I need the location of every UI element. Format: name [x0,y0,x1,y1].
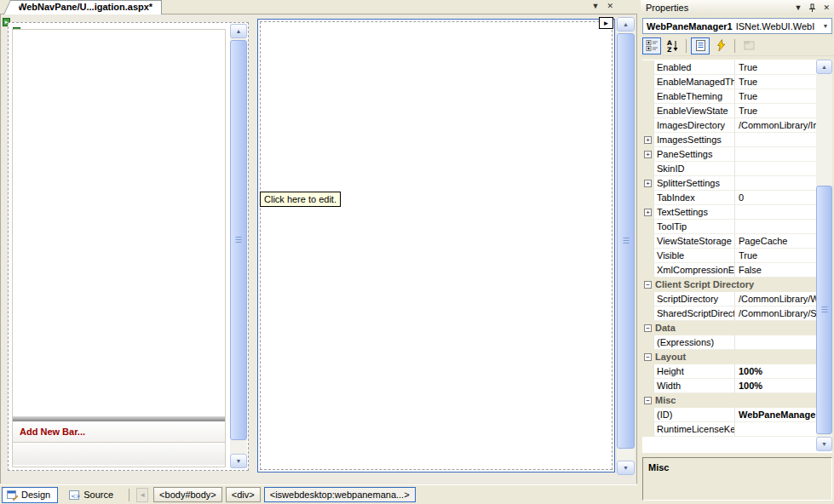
property-row[interactable]: SharedScriptDirect/CommonLibrary/Sha [642,306,816,321]
collapse-icon[interactable]: − [644,324,652,332]
property-value[interactable] [735,176,816,191]
scrollbar-thumb[interactable] [617,33,635,449]
expand-icon[interactable]: + [644,151,652,158]
property-row[interactable]: EnabledTrue [642,60,816,75]
smart-tag-button[interactable]: ► [599,17,613,29]
property-value[interactable]: /CommonLibrary/Ima [735,118,816,133]
property-value[interactable]: /CommonLibrary/Sha [735,306,816,321]
document-close-icon[interactable]: ✕ [607,2,613,10]
property-row[interactable]: EnableThemingTrue [642,89,816,104]
property-grid-scrollbar[interactable]: ▲ ▼ [816,60,832,451]
property-row[interactable]: SkinID [642,162,816,176]
property-name[interactable]: RuntimeLicenseKey [653,422,735,437]
property-row[interactable]: (ID)WebPaneManage [642,408,816,422]
scrollbar-track[interactable] [230,38,247,454]
property-name[interactable]: EnableTheming [653,89,735,104]
property-row[interactable]: RuntimeLicenseKey [642,422,816,437]
collapse-icon[interactable]: − [644,353,652,361]
add-new-bar-button[interactable]: Add New Bar... [13,421,225,443]
property-row[interactable]: +PaneSettings [642,147,816,162]
webnavpane-client-area[interactable]: Add New Bar... [12,29,226,467]
scroll-up-icon[interactable]: ▲ [816,60,832,74]
property-name[interactable]: Height [653,364,735,379]
object-selector[interactable]: WebPaneManager1 ISNet.WebUI.WebI ▼ [642,18,832,34]
collapse-icon[interactable]: − [644,281,652,289]
scroll-down-icon[interactable]: ▼ [230,454,247,468]
property-row[interactable]: TabIndex0 [642,191,816,205]
property-value[interactable]: /CommonLibrary/We [735,292,816,306]
property-value[interactable]: True [735,75,816,89]
property-value[interactable]: True [735,104,816,118]
property-row[interactable]: +SplitterSettings [642,176,816,191]
property-value[interactable]: 100% [735,379,816,393]
category-row[interactable]: −Layout [642,350,816,364]
property-name[interactable]: XmlCompressionEn. [653,263,735,278]
navpane-empty-row[interactable] [13,443,225,465]
category-row[interactable]: −Data [642,321,816,335]
edit-tooltip[interactable]: Click here to edit. [260,192,341,207]
expand-icon[interactable]: + [644,209,652,216]
scroll-up-icon[interactable]: ▲ [230,24,247,38]
tag-crumb[interactable]: <iswebdesktop:webpanemana...> [264,487,416,502]
document-scrollbar[interactable]: ▲ ▼ [617,17,635,475]
alphabetical-button[interactable]: A Z [663,37,682,54]
category-row[interactable]: −Client Script Directory [642,278,816,292]
property-row[interactable]: ViewStateStoragePageCache [642,234,816,249]
webpanemanager-client-area[interactable] [260,21,613,470]
property-name[interactable]: ImagesSettings [653,133,735,147]
category-row[interactable]: −Misc [642,393,816,408]
tag-crumb[interactable]: <div> [226,487,261,502]
properties-titlebar[interactable]: Properties ▼ ✕ [641,0,834,15]
property-name[interactable]: TabIndex [653,191,735,205]
property-value[interactable]: True [735,249,816,263]
window-position-dropdown-icon[interactable]: ▼ [795,3,802,12]
tag-nav-back-icon[interactable]: ◄ [136,488,148,502]
property-value[interactable] [735,205,816,220]
property-value[interactable]: 0 [735,191,816,205]
property-value[interactable]: WebPaneManage [735,408,816,422]
document-list-dropdown-icon[interactable]: ▼ [592,2,600,10]
webpanemanager-design-region[interactable]: ► Click here to edit. [257,19,615,472]
property-value[interactable] [735,335,816,350]
scroll-up-icon[interactable]: ▲ [617,17,635,32]
property-value[interactable] [735,422,816,437]
property-row[interactable]: +TextSettings [642,205,816,220]
property-name[interactable]: Visible [653,249,735,263]
source-view-tab[interactable]: <> Source [65,487,120,503]
left-pane-scrollbar[interactable]: ▲ ▼ [230,24,247,468]
property-name[interactable]: (ID) [653,408,735,422]
property-row[interactable]: EnableViewStateTrue [642,104,816,118]
scroll-down-icon[interactable]: ▼ [816,437,832,451]
property-name[interactable]: ToolTip [653,220,735,234]
property-row[interactable]: XmlCompressionEn.False [642,263,816,278]
scroll-down-icon[interactable]: ▼ [617,461,635,475]
property-name[interactable]: EnableViewState [653,104,735,118]
property-value[interactable]: PageCache [735,234,816,249]
property-row[interactable]: Width100% [642,379,816,393]
property-name[interactable]: (Expressions) [653,335,735,350]
tag-crumb[interactable]: <body#body> [153,487,222,502]
categorized-button[interactable] [642,37,661,54]
property-row[interactable]: VisibleTrue [642,249,816,263]
scrollbar-track[interactable] [617,32,635,461]
property-row[interactable]: ImagesDirectory/CommonLibrary/Ima [642,118,816,133]
property-name[interactable]: EnableManagedThe [653,75,735,89]
property-name[interactable]: SkinID [653,162,735,176]
property-row[interactable]: EnableManagedTheTrue [642,75,816,89]
property-row[interactable]: ScriptDirectory/CommonLibrary/We [642,292,816,306]
events-button[interactable] [711,37,730,54]
document-tab[interactable]: WebNavPane/U...igation.aspx* [12,0,162,14]
expand-icon[interactable]: + [644,136,652,144]
property-name[interactable]: Enabled [653,60,735,75]
property-name[interactable]: SharedScriptDirect [653,306,735,321]
property-value[interactable]: False [735,263,816,278]
property-name[interactable]: ScriptDirectory [653,292,735,306]
expand-icon[interactable]: + [644,180,652,187]
collapse-icon[interactable]: − [644,397,652,404]
property-value[interactable]: True [735,60,816,75]
property-value[interactable]: 100% [735,364,816,379]
scrollbar-thumb[interactable] [816,186,832,434]
property-row[interactable]: +ImagesSettings [642,133,816,147]
scrollbar-thumb[interactable] [230,40,247,440]
property-row[interactable]: Height100% [642,364,816,379]
